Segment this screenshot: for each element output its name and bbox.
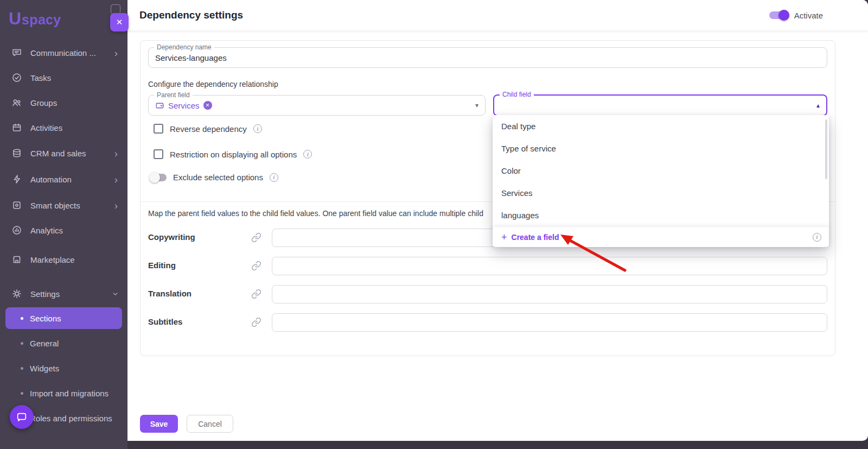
- sidebar-item-analytics[interactable]: Analytics: [5, 219, 123, 241]
- sidebar-item-label: Tasks: [30, 73, 51, 83]
- bullet-icon: [21, 342, 23, 345]
- sidebar-subitem-sections[interactable]: Sections: [5, 307, 122, 329]
- close-icon: ✕: [116, 17, 123, 27]
- parent-field-chip: Services ✕: [155, 101, 212, 110]
- logo-name: spacy: [22, 12, 61, 28]
- reverse-dependency-label: Reverse dependency: [170, 124, 247, 134]
- info-icon[interactable]: i: [253, 124, 262, 133]
- dropdown-option-deal-type[interactable]: Deal type: [493, 115, 829, 137]
- sidebar-subitem-label: Sections: [30, 314, 61, 323]
- child-field-select[interactable]: Child field ▴: [493, 94, 827, 116]
- reverse-dependency-checkbox[interactable]: [154, 124, 163, 134]
- sidebar-subitem-label: Import and migrations: [30, 389, 108, 398]
- sidebar-subitem-widgets[interactable]: Widgets: [5, 357, 122, 379]
- close-panel-button[interactable]: ✕: [110, 13, 129, 31]
- activate-control: Activate: [769, 0, 823, 30]
- sidebar-item-automation[interactable]: Automation ›: [5, 168, 123, 190]
- configure-relationship-text: Configure the dependency relationship: [148, 80, 278, 88]
- chevron-right-icon: ›: [114, 148, 118, 159]
- chat-bubble-icon: [16, 411, 28, 423]
- sidebar-subitem-import-migrations[interactable]: Import and migrations: [5, 382, 122, 404]
- sidebar-subitem-label: Roles and permissions: [30, 414, 112, 423]
- sidebar-item-label: Analytics: [30, 226, 63, 235]
- mapping-row-label: Editing: [148, 261, 176, 270]
- restriction-checkbox[interactable]: [154, 149, 163, 159]
- mapping-row-label: Subtitles: [148, 317, 182, 326]
- save-button[interactable]: Save: [140, 415, 178, 433]
- info-icon[interactable]: i: [270, 173, 278, 182]
- sidebar-item-activities[interactable]: Activities: [5, 117, 123, 138]
- parent-field-chip-label: Services: [168, 101, 200, 110]
- mapping-value-input[interactable]: [272, 313, 827, 332]
- link-icon: [251, 289, 261, 299]
- sidebar-item-smart-objects[interactable]: Smart objects ›: [5, 194, 123, 216]
- sidebar-item-settings[interactable]: Settings ›: [5, 283, 123, 305]
- analytics-icon: [11, 224, 23, 236]
- sidebar-item-label: Communication ...: [30, 48, 96, 58]
- mapping-row-label: Copywriting: [148, 232, 195, 242]
- sidebar-item-marketplace[interactable]: Marketplace: [5, 249, 123, 270]
- bullet-icon: [21, 367, 23, 370]
- dropdown-option-languages[interactable]: languages: [493, 204, 829, 226]
- sidebar-item-label: Automation: [30, 175, 72, 184]
- chat-launcher-button[interactable]: [10, 405, 34, 429]
- dropdown-option-services[interactable]: Services: [493, 182, 829, 204]
- exclude-options-toggle[interactable]: [150, 174, 167, 181]
- page-title: Dependency settings: [139, 0, 243, 30]
- sidebar-item-tasks[interactable]: Tasks: [5, 67, 123, 88]
- remove-chip-icon[interactable]: ✕: [203, 101, 212, 110]
- sidebar-item-label: Groups: [30, 98, 57, 107]
- info-icon[interactable]: i: [303, 150, 312, 159]
- info-icon[interactable]: i: [813, 233, 821, 242]
- crm-icon: [11, 147, 23, 159]
- communication-icon: [11, 47, 23, 59]
- activities-icon: [11, 122, 23, 134]
- dependency-name-value: Services-languages: [155, 53, 227, 62]
- caret-up-icon[interactable]: ▴: [816, 102, 820, 109]
- uspacy-logo[interactable]: Uspacy: [9, 9, 61, 29]
- mapping-row-editing: Editing: [141, 256, 835, 278]
- toggle-knob: [778, 10, 789, 21]
- tasks-icon: [11, 72, 23, 84]
- dropdown-scrollbar[interactable]: [825, 119, 827, 179]
- create-field-label: Create a field: [512, 233, 559, 242]
- mapping-value-input[interactable]: [272, 285, 827, 303]
- link-icon: [251, 317, 261, 327]
- sidebar-item-communication[interactable]: Communication ... ›: [5, 42, 123, 64]
- activate-toggle[interactable]: [769, 11, 788, 19]
- toggle-knob: [149, 172, 160, 183]
- plus-icon: +: [501, 232, 507, 242]
- dependency-settings-panel: Dependency settings Activate Dependency …: [127, 0, 868, 441]
- mapping-value-input[interactable]: [272, 257, 827, 275]
- caret-down-icon[interactable]: ▾: [475, 102, 478, 109]
- smart-objects-icon: [11, 199, 23, 211]
- chevron-right-icon: ›: [114, 174, 118, 185]
- restriction-label: Restriction on displaying all options: [170, 150, 297, 159]
- mapping-row-subtitles: Subtitles: [141, 313, 835, 334]
- automation-icon: [11, 173, 23, 185]
- cancel-button[interactable]: Cancel: [187, 415, 233, 433]
- dropdown-option-type-of-service[interactable]: Type of service: [493, 137, 829, 160]
- link-icon: [251, 261, 261, 271]
- create-field-button[interactable]: + Create a field i: [493, 226, 829, 247]
- panel-header: Dependency settings Activate: [127, 0, 868, 30]
- sidebar-subitem-label: Widgets: [30, 364, 59, 373]
- exclude-options-row: Exclude selected options i: [150, 173, 278, 182]
- sidebar-item-label: Smart objects: [30, 201, 80, 210]
- dependency-name-field[interactable]: Dependency name Services-languages: [148, 47, 827, 68]
- exclude-options-label: Exclude selected options: [173, 173, 263, 182]
- sidebar-item-crm[interactable]: CRM and sales ›: [5, 142, 123, 164]
- sidebar-item-label: Settings: [30, 289, 60, 299]
- groups-icon: [11, 97, 23, 109]
- parent-field-select[interactable]: Parent field Services ✕ ▾: [148, 95, 486, 116]
- sidebar-item-label: Activities: [30, 123, 62, 132]
- dropdown-option-color[interactable]: Color: [493, 160, 829, 182]
- sidebar-subitem-general[interactable]: General: [5, 332, 122, 354]
- field-icon: [155, 101, 164, 110]
- reverse-dependency-row: Reverse dependency i: [154, 124, 262, 134]
- parent-field-label: Parent field: [154, 91, 193, 99]
- sidebar-item-label: Marketplace: [30, 255, 75, 264]
- bullet-icon: [21, 392, 23, 395]
- child-field-label: Child field: [500, 91, 534, 98]
- sidebar-item-groups[interactable]: Groups: [5, 92, 123, 113]
